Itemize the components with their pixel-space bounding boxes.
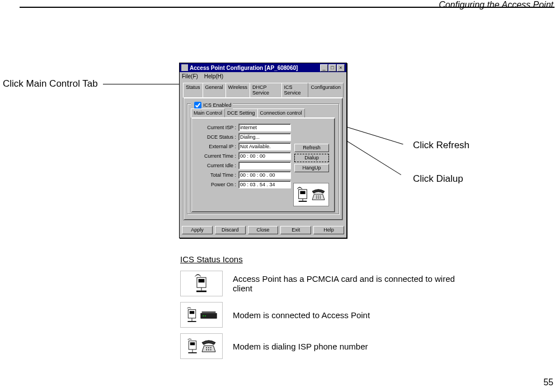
hangup-button[interactable]: HangUp [294, 164, 329, 172]
svg-point-4 [316, 196, 317, 197]
tab-wireless[interactable]: Wireless [226, 83, 251, 97]
svg-rect-13 [196, 291, 206, 292]
exit-button[interactable]: Exit [280, 226, 311, 234]
callout-main-control: Click Main Control Tab [3, 78, 98, 89]
status-image [293, 183, 329, 206]
label-external-ip: External IP : [195, 144, 238, 149]
icon-row: Modem is connected to Access Point [180, 302, 468, 328]
titlebar: Access Point Configuration [AP_608060] _… [180, 63, 346, 72]
svg-point-9 [320, 197, 321, 199]
svg-point-20 [203, 315, 204, 317]
close-window-button[interactable]: × [337, 64, 345, 72]
ics-enabled-label: ICS Enabled [203, 102, 232, 108]
icon-desc: Modem is connected to Access Point [233, 310, 370, 320]
field-total-time: 00 : 00 : 00 . 00 [238, 171, 291, 179]
field-current-isp: internet [238, 124, 291, 131]
app-icon [181, 64, 188, 71]
svg-point-8 [318, 197, 319, 199]
refresh-button[interactable]: Refresh [294, 144, 329, 152]
minimize-button[interactable]: _ [320, 64, 328, 72]
label-total-time: Total Time : [195, 172, 238, 178]
ics-panel: ICS Enabled Main Control DCE Setting Con… [183, 97, 343, 220]
dialup-button[interactable]: Dialup [294, 154, 329, 162]
label-current-idle: Current Idle : [195, 163, 238, 168]
phone-icon [201, 339, 217, 353]
field-current-time: 00 : 00 : 00 [238, 152, 291, 160]
svg-point-28 [210, 347, 212, 348]
icon-row: Access Point has a PCMCIA card and is co… [180, 271, 468, 296]
field-external-ip: Not Available. [238, 143, 291, 150]
svg-rect-25 [188, 352, 196, 353]
access-point-icon [297, 186, 309, 203]
modem-icon [200, 310, 217, 319]
tab-dhcp-service[interactable]: DHCP Service [250, 83, 281, 97]
header-section: Configuring the Access Point [439, 0, 553, 11]
ics-icons-heading: ICS Status Icons [180, 254, 468, 264]
field-current-idle [238, 162, 291, 169]
callout-dialup: Click Dialup [413, 173, 463, 185]
page-number: 55 [543, 377, 553, 388]
menu-help[interactable]: Help(H) [204, 73, 223, 79]
label-current-isp: Current ISP : [195, 125, 238, 130]
svg-point-26 [206, 347, 207, 348]
svg-point-30 [208, 350, 209, 351]
discard-button[interactable]: Discard [215, 226, 246, 234]
tab-ics-service[interactable]: ICS Service [281, 83, 309, 97]
tab-status[interactable]: Status [183, 83, 203, 97]
callout-line-main [103, 84, 187, 84]
icon-ap-wired [180, 271, 223, 296]
access-point-icon [186, 338, 199, 355]
svg-rect-22 [189, 341, 196, 350]
field-power-on: 00 : 03 . 54 . 34 [238, 181, 291, 188]
svg-point-27 [208, 347, 209, 348]
svg-rect-0 [299, 190, 307, 199]
icon-desc: Modem is dialing ISP phone number [233, 342, 368, 351]
subtab-connection-control[interactable]: Connection control [257, 108, 305, 117]
icon-ap-dialing [180, 333, 223, 359]
app-window: Access Point Configuration [AP_608060] _… [179, 63, 347, 238]
svg-rect-1 [300, 191, 305, 195]
label-current-time: Current Time : [195, 153, 238, 159]
svg-rect-11 [199, 279, 205, 282]
svg-rect-17 [187, 321, 196, 322]
ics-icons-section: ICS Status Icons Access Point has a PCMC… [180, 254, 468, 365]
field-dce-status: Dialing... [238, 133, 291, 141]
close-button[interactable]: Close [248, 226, 279, 234]
subtab-main-control[interactable]: Main Control [191, 108, 225, 117]
tab-general[interactable]: General [203, 83, 226, 97]
svg-point-21 [205, 315, 206, 317]
label-power-on: Power On : [195, 182, 238, 187]
label-dce-status: DCE Status : [195, 134, 238, 140]
phone-icon [311, 188, 326, 201]
maximize-button[interactable]: □ [328, 64, 336, 72]
svg-point-6 [320, 196, 321, 197]
icon-row: Modem is dialing ISP phone number [180, 333, 468, 359]
header-rule [20, 7, 555, 8]
menu-file[interactable]: File(F) [182, 73, 198, 79]
apply-button[interactable]: Apply [182, 226, 213, 234]
svg-point-29 [206, 350, 207, 351]
svg-rect-3 [299, 201, 307, 202]
svg-rect-23 [190, 342, 195, 345]
svg-rect-19 [202, 311, 216, 314]
callout-refresh: Click Refresh [413, 140, 469, 151]
svg-rect-15 [190, 311, 194, 314]
menubar: File(F) Help(H) [180, 72, 346, 81]
access-point-icon [194, 273, 209, 294]
svg-point-7 [316, 197, 317, 199]
window-title: Access Point Configuration [AP_608060] [190, 65, 320, 71]
icon-ap-modem [180, 302, 223, 328]
main-tabs: Status General Wireless DHCP Service ICS… [183, 83, 343, 97]
svg-point-5 [318, 196, 319, 197]
svg-point-31 [210, 350, 212, 351]
access-point-icon [186, 306, 198, 323]
icon-desc: Access Point has a PCMCIA card and is co… [233, 274, 468, 293]
svg-rect-14 [188, 310, 196, 318]
help-button[interactable]: Help [313, 226, 344, 234]
tab-configuration[interactable]: Configuration [308, 83, 344, 97]
